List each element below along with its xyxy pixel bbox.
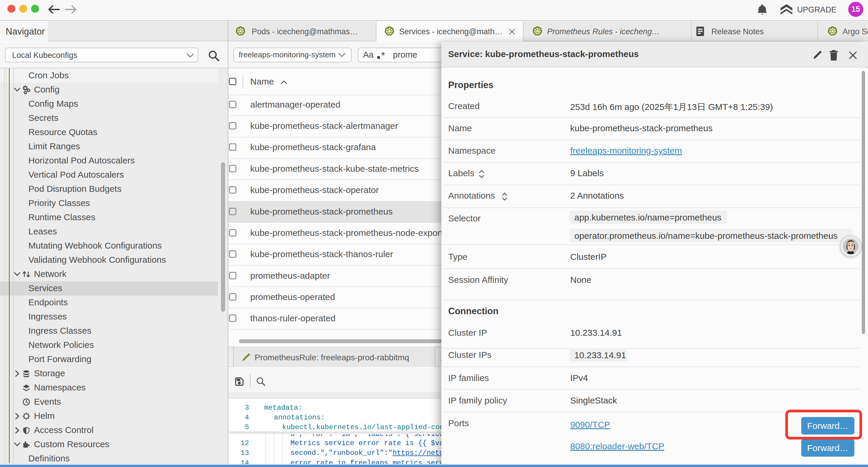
svg-text:*: * bbox=[381, 50, 385, 61]
